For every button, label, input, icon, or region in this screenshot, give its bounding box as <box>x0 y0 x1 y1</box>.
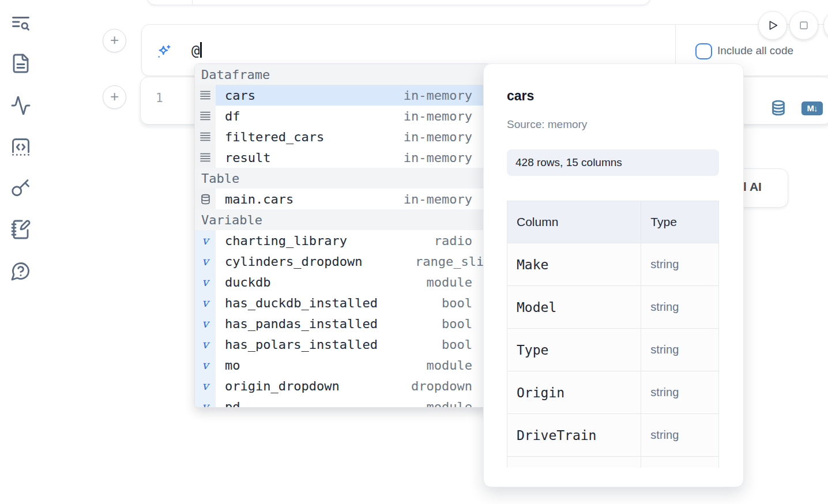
variable-icon: v <box>195 396 216 408</box>
completion-item-result[interactable]: result in-memory <box>195 147 491 168</box>
preview-source: Source: memory <box>507 118 587 131</box>
completion-item-duckdb[interactable]: v duckdb module <box>195 272 491 292</box>
file-text-icon[interactable] <box>10 53 31 74</box>
code-snippets-icon[interactable] <box>10 137 31 157</box>
dataframe-preview-panel: cars Source: memory 428 rows, 15 columns… <box>483 63 744 487</box>
variable-icon: v <box>195 292 216 313</box>
completion-section-header: Variable <box>195 209 491 230</box>
variable-icon: v <box>195 251 216 272</box>
completion-item-has-pandas-installed[interactable]: v has_pandas_installed bool <box>195 313 491 334</box>
completion-item-mo[interactable]: v mo module <box>195 355 491 375</box>
sparkles-icon <box>156 44 172 59</box>
schema-row: Origin string <box>507 371 718 414</box>
variable-icon: v <box>195 334 216 355</box>
completion-item-main-cars[interactable]: main.cars in-memory <box>195 189 491 209</box>
column-header: Column <box>507 201 641 243</box>
variable-icon: v <box>195 375 216 396</box>
completion-item-origin-dropdown[interactable]: v origin_dropdown dropdown <box>195 375 491 396</box>
dataframe-icon <box>195 126 216 147</box>
schema-row: Type string <box>507 329 718 371</box>
completion-item-cars[interactable]: cars in-memory <box>195 85 491 106</box>
divider <box>192 0 193 5</box>
variable-icon: v <box>195 272 216 292</box>
variable-icon: v <box>195 355 216 375</box>
type-header: Type <box>641 201 718 243</box>
include-all-code-checkbox[interactable] <box>695 43 712 59</box>
schema-row: Make string <box>507 243 718 286</box>
schema-header-row: Column Type <box>507 201 718 243</box>
stop-icon <box>798 20 810 31</box>
ai-prompt-input[interactable]: @ <box>191 42 202 59</box>
dataframe-icon <box>195 147 216 168</box>
schema-row: Model string <box>507 286 718 329</box>
marimo-notebook: + + @ Include all code 1 <box>0 0 828 504</box>
completion-item-has-polars-installed[interactable]: v has_polars_installed bool <box>195 334 491 355</box>
schema-table: Column Type Make string Model string Typ… <box>507 201 719 468</box>
markdown-badge-icon[interactable]: M↓ <box>801 101 823 115</box>
variable-icon: v <box>195 313 216 334</box>
list-search-icon[interactable] <box>10 13 31 34</box>
completion-section-header: Dataframe <box>195 64 491 85</box>
completion-section-header: Table <box>195 168 491 189</box>
preview-title: cars <box>507 88 534 104</box>
add-cell-button[interactable]: + <box>103 29 126 52</box>
previous-cell-edge <box>147 0 650 5</box>
schema-row-partial <box>507 457 718 468</box>
database-icon <box>195 189 216 209</box>
key-icon[interactable] <box>10 178 31 198</box>
activity-icon[interactable] <box>10 95 31 116</box>
run-cell-button[interactable] <box>758 11 787 40</box>
play-icon <box>766 19 779 32</box>
add-cell-button[interactable]: + <box>103 85 126 109</box>
text-cursor <box>200 42 202 58</box>
dataframe-icon <box>195 106 216 126</box>
completion-item-pd[interactable]: v pd module <box>195 396 491 408</box>
completion-item-filtered-cars[interactable]: filtered_cars in-memory <box>195 126 491 147</box>
notebook-pen-icon[interactable] <box>10 219 31 240</box>
stop-button[interactable] <box>789 11 818 40</box>
include-all-code-label: Include all code <box>717 44 793 57</box>
completion-item-df[interactable]: df in-memory <box>195 106 491 126</box>
schema-row: DriveTrain string <box>507 414 718 457</box>
completion-item-has-duckdb-installed[interactable]: v has_duckdb_installed bool <box>195 292 491 313</box>
completion-dropdown: Dataframe cars in-memory df in-memory fi… <box>194 63 491 408</box>
line-number: 1 <box>156 91 163 105</box>
dataframe-icon <box>195 85 216 106</box>
variable-icon: v <box>195 230 216 251</box>
help-chat-icon[interactable] <box>10 261 31 281</box>
completion-item-cylinders-dropdown[interactable]: v cylinders_dropdown range_slider <box>195 251 491 272</box>
completion-item-charting-library[interactable]: v charting_library radio <box>195 230 491 251</box>
datasource-icon[interactable] <box>770 99 787 116</box>
ai-button-label: l AI <box>743 180 762 194</box>
shape-badge: 428 rows, 15 columns <box>507 149 719 176</box>
